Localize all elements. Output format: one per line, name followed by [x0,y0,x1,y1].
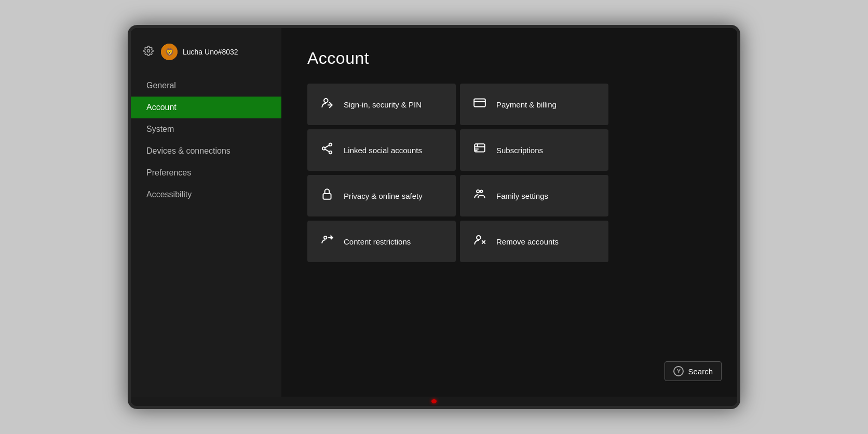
nav-item-system[interactable]: System [131,118,281,140]
tile-subscriptions[interactable]: Subscriptions [460,129,608,171]
tv-screen: 🦁 Lucha Uno#8032 General Account System … [131,28,737,397]
username-label: Lucha Uno#8032 [183,48,238,56]
y-button-icon: Y [673,366,684,376]
content-icon [320,233,334,250]
tile-content[interactable]: Content restrictions [307,221,456,262]
tile-payment-label: Payment & billing [496,100,557,109]
nav-item-preferences[interactable]: Preferences [131,162,281,184]
subscriptions-icon [472,142,487,158]
tile-subscriptions-label: Subscriptions [496,146,543,155]
search-label: Search [688,367,713,376]
sidebar: 🦁 Lucha Uno#8032 General Account System … [131,28,281,397]
tile-privacy[interactable]: Privacy & online safety [307,175,456,216]
social-icon [320,142,334,158]
nav-item-general[interactable]: General [131,75,281,97]
privacy-icon [320,187,334,204]
svg-point-7 [329,143,332,146]
tile-family-label: Family settings [496,192,548,200]
svg-point-0 [147,49,150,52]
search-button[interactable]: Y Search [664,361,722,381]
family-icon [472,187,487,204]
tile-privacy-label: Privacy & online safety [344,192,423,200]
svg-point-3 [324,99,328,103]
tv-bottom-bar [131,397,737,406]
svg-line-10 [325,145,329,148]
page-title: Account [307,49,711,68]
tv-frame: 🦁 Lucha Uno#8032 General Account System … [128,25,740,409]
tile-family[interactable]: Family settings [460,175,608,216]
tile-signin[interactable]: Sign-in, security & PIN [307,84,456,125]
user-header: 🦁 Lucha Uno#8032 [131,44,281,75]
svg-rect-5 [474,99,485,106]
nav-item-accessibility[interactable]: Accessibility [131,184,281,206]
tile-payment[interactable]: Payment & billing [460,84,608,125]
tile-social[interactable]: Linked social accounts [307,129,456,171]
nav-item-devices[interactable]: Devices & connections [131,140,281,162]
svg-point-9 [329,151,332,154]
gear-icon [143,46,154,59]
avatar: 🦁 [161,44,178,60]
nav-item-account[interactable]: Account [131,97,281,118]
tile-remove-label: Remove accounts [496,237,559,246]
svg-point-20 [324,236,327,239]
svg-point-19 [480,190,482,192]
main-content: Account Sign-in, security & PIN [281,28,737,397]
signin-icon [320,96,334,113]
svg-rect-17 [323,194,331,199]
tile-content-label: Content restrictions [344,237,411,246]
svg-point-22 [477,236,481,240]
tv-led [431,399,437,403]
account-tiles-grid: Sign-in, security & PIN Payment & billin… [307,84,608,262]
svg-line-11 [325,149,329,152]
tile-social-label: Linked social accounts [344,146,422,155]
svg-point-8 [322,147,325,150]
payment-icon [472,96,487,113]
tile-remove[interactable]: Remove accounts [460,221,608,262]
remove-icon [472,233,487,250]
tile-signin-label: Sign-in, security & PIN [344,100,422,109]
svg-point-18 [477,190,479,193]
svg-text:🦁: 🦁 [165,48,174,57]
